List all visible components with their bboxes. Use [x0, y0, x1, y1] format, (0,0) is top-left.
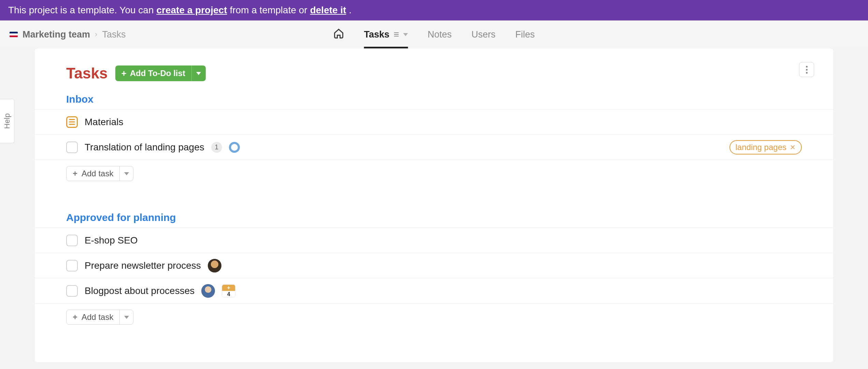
add-todo-list-dropdown[interactable] [191, 65, 206, 81]
chevron-down-icon [196, 72, 201, 75]
delete-template-link[interactable]: delete it [310, 5, 346, 16]
help-label: Help [3, 113, 12, 129]
task-row[interactable]: Blogpost about processes + 4 [35, 278, 833, 304]
extra-badge-plus: + [222, 285, 235, 291]
task-title: E-shop SEO [85, 235, 138, 246]
template-banner: This project is a template. You can crea… [0, 0, 868, 20]
banner-text-prefix: This project is a template. You can [8, 5, 154, 16]
add-task-button: + Add task [66, 166, 133, 181]
add-task-label: Add task [82, 312, 113, 322]
task-checkbox[interactable] [66, 260, 78, 271]
main-nav: Tasks Notes Users Files [333, 20, 535, 48]
task-checkbox[interactable] [66, 142, 78, 153]
list-icon [66, 116, 78, 128]
breadcrumb-project[interactable]: Marketing team [23, 29, 90, 40]
add-task-dropdown[interactable] [119, 166, 133, 181]
avatar[interactable] [201, 284, 215, 298]
more-options-button[interactable] [799, 62, 814, 77]
extra-assignees-badge[interactable]: + 4 [222, 284, 235, 297]
chevron-right-icon: › [95, 30, 97, 39]
task-checkbox[interactable] [66, 285, 78, 297]
add-todo-list-button: + Add To-Do list [115, 65, 206, 81]
chevron-down-icon [403, 33, 408, 36]
top-bar: Marketing team › Tasks Tasks Notes Users… [0, 20, 868, 48]
extra-badge-count: 4 [222, 291, 235, 297]
add-task-main[interactable]: + Add task [67, 166, 119, 181]
add-task-dropdown[interactable] [119, 310, 133, 324]
chevron-down-icon [124, 172, 129, 175]
tag-landing-pages[interactable]: landing pages ✕ [729, 140, 802, 154]
page-header: Tasks + Add To-Do list [66, 65, 802, 82]
nav-users[interactable]: Users [472, 20, 496, 48]
nav-home[interactable] [333, 20, 344, 48]
tag-remove-icon[interactable]: ✕ [790, 143, 796, 151]
chevron-down-icon [124, 316, 129, 319]
task-title: Blogpost about processes [85, 285, 194, 296]
nav-users-label: Users [472, 29, 496, 40]
nav-notes-label: Notes [428, 29, 452, 40]
count-badge: 1 [211, 142, 222, 153]
breadcrumb: Marketing team › Tasks [10, 29, 126, 40]
add-task-main[interactable]: + Add task [67, 310, 119, 324]
plus-icon: + [121, 68, 127, 79]
add-todo-list-main[interactable]: + Add To-Do list [115, 65, 191, 81]
tag-label: landing pages [736, 143, 786, 152]
kebab-icon [806, 66, 808, 74]
help-tab[interactable]: Help [0, 99, 14, 143]
home-icon [333, 28, 344, 41]
banner-text-suffix: . [349, 5, 351, 16]
task-row[interactable]: Translation of landing pages 1 landing p… [35, 135, 833, 160]
add-task-label: Add task [82, 169, 113, 178]
plus-icon: + [73, 169, 77, 178]
task-checkbox[interactable] [66, 235, 78, 246]
task-title: Translation of landing pages [85, 142, 204, 153]
list-view-icon [393, 31, 400, 38]
task-row[interactable]: Materials [35, 109, 833, 135]
breadcrumb-current: Tasks [102, 29, 126, 40]
section-title-inbox[interactable]: Inbox [66, 93, 802, 105]
banner-text-middle: from a template or [230, 5, 307, 16]
nav-tasks-label: Tasks [364, 29, 390, 40]
plus-icon: + [73, 312, 77, 322]
create-project-link[interactable]: create a project [156, 5, 227, 16]
add-todo-list-label: Add To-Do list [130, 69, 185, 78]
page-title: Tasks [66, 65, 108, 82]
task-title: Prepare newsletter process [85, 260, 201, 271]
task-row[interactable]: E-shop SEO [35, 228, 833, 253]
nav-tasks[interactable]: Tasks [364, 20, 408, 48]
flag-icon [10, 32, 18, 37]
task-row[interactable]: Prepare newsletter process [35, 253, 833, 278]
status-ring-icon [229, 142, 240, 153]
nav-notes[interactable]: Notes [428, 20, 452, 48]
nav-files[interactable]: Files [515, 20, 535, 48]
nav-files-label: Files [515, 29, 535, 40]
avatar[interactable] [208, 259, 221, 272]
section-title-approved[interactable]: Approved for planning [66, 212, 802, 223]
task-title: Materials [85, 117, 124, 128]
main-card: Tasks + Add To-Do list Inbox Materials T… [35, 48, 833, 362]
add-task-button: + Add task [66, 310, 133, 325]
